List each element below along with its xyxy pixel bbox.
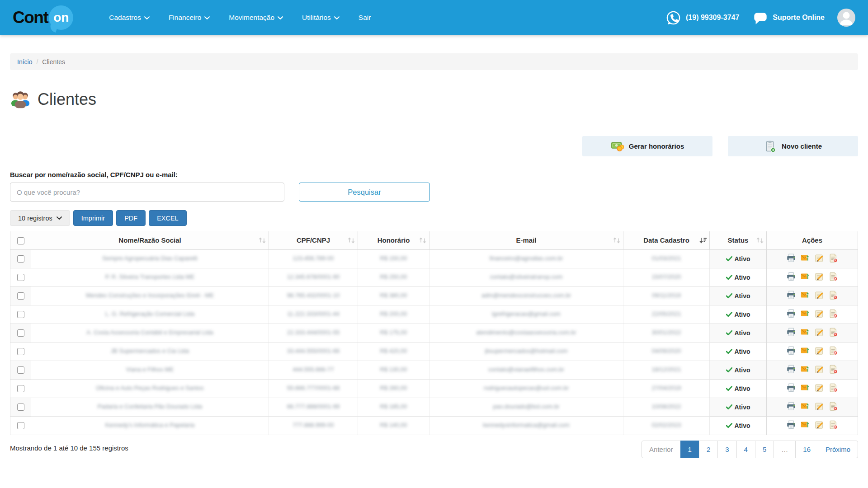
print-icon[interactable] bbox=[786, 253, 796, 263]
send-email-icon[interactable] bbox=[800, 346, 810, 356]
print-icon[interactable] bbox=[786, 290, 796, 300]
edit-icon[interactable] bbox=[814, 401, 824, 411]
generate-fees-button[interactable]: Gerar honorários bbox=[582, 136, 712, 156]
row-checkbox[interactable] bbox=[17, 404, 24, 411]
print-icon[interactable] bbox=[786, 401, 796, 411]
nav-item-financeiro[interactable]: Financeiro bbox=[159, 9, 219, 26]
row-checkbox[interactable] bbox=[17, 348, 24, 355]
row-checkbox[interactable] bbox=[17, 274, 24, 281]
whatsapp-contact[interactable]: (19) 99309-3747 bbox=[665, 10, 739, 26]
edit-icon[interactable] bbox=[814, 253, 824, 263]
header-cpf-cnpj[interactable]: CPF/CNPJ bbox=[269, 231, 358, 249]
row-checkbox[interactable] bbox=[17, 311, 24, 318]
pagination-previous[interactable]: Anterior bbox=[642, 441, 681, 458]
client-email: financeiro@agrodias.com.br bbox=[490, 255, 563, 262]
delete-icon[interactable] bbox=[828, 327, 838, 337]
pagination-page-16[interactable]: 16 bbox=[795, 441, 818, 458]
pagination-page-3[interactable]: 3 bbox=[717, 441, 736, 458]
delete-icon[interactable] bbox=[828, 364, 838, 374]
status-badge: Ativo bbox=[735, 385, 750, 392]
send-email-icon[interactable] bbox=[800, 383, 810, 393]
cell-nome: Kennedy's Informática e Papelaria bbox=[31, 416, 269, 435]
pagination-page-4[interactable]: 4 bbox=[736, 441, 755, 458]
edit-icon[interactable] bbox=[814, 327, 824, 337]
brand-text: Cont bbox=[13, 8, 48, 27]
row-checkbox[interactable] bbox=[17, 422, 24, 429]
header-status[interactable]: Status bbox=[710, 231, 767, 249]
search-row: Pesquisar bbox=[10, 183, 858, 202]
header-data-cadastro[interactable]: Data Cadastro bbox=[623, 231, 710, 249]
cell-data-cadastro: 22/05/2021 bbox=[623, 305, 710, 324]
delete-icon[interactable] bbox=[828, 383, 838, 393]
delete-icon[interactable] bbox=[828, 272, 838, 282]
print-icon[interactable] bbox=[786, 346, 796, 356]
cell-honorario: R$ 175,00 bbox=[358, 324, 429, 342]
print-icon[interactable] bbox=[786, 364, 796, 374]
pagination-page-2[interactable]: 2 bbox=[699, 441, 718, 458]
pagination-page-1[interactable]: 1 bbox=[680, 441, 699, 458]
client-cpf-cnpj: 98.765.432/0001-10 bbox=[287, 292, 340, 299]
header-honorario[interactable]: Honorário bbox=[358, 231, 429, 249]
page-size-dropdown[interactable]: 10 registros bbox=[10, 210, 70, 226]
nav-item-movimentacao[interactable]: Movimentação bbox=[219, 9, 292, 26]
row-checkbox[interactable] bbox=[17, 255, 24, 263]
send-email-icon[interactable] bbox=[800, 420, 810, 430]
edit-icon[interactable] bbox=[814, 364, 824, 374]
search-input[interactable] bbox=[10, 183, 284, 202]
new-client-button[interactable]: Novo cliente bbox=[728, 136, 858, 156]
edit-icon[interactable] bbox=[814, 420, 824, 430]
delete-icon[interactable] bbox=[828, 346, 838, 356]
pagination-next[interactable]: Próximo bbox=[818, 441, 858, 458]
print-icon[interactable] bbox=[786, 420, 796, 430]
table-row: Sempre Agropecuária Dias Caparelli 123.4… bbox=[10, 249, 858, 268]
pdf-export-button[interactable]: PDF bbox=[116, 210, 146, 226]
edit-icon[interactable] bbox=[814, 290, 824, 300]
nav-item-sair[interactable]: Sair bbox=[349, 9, 381, 26]
row-checkbox[interactable] bbox=[17, 366, 24, 374]
row-checkbox[interactable] bbox=[17, 385, 24, 392]
client-fee: R$ 140,00 bbox=[380, 422, 407, 428]
nav-item-cadastros[interactable]: Cadastros bbox=[99, 9, 159, 26]
excel-export-button[interactable]: EXCEL bbox=[149, 210, 187, 226]
cell-email: atendimento@costaassessoria.com.br bbox=[429, 324, 623, 342]
search-button[interactable]: Pesquisar bbox=[299, 183, 430, 202]
edit-icon[interactable] bbox=[814, 309, 824, 319]
user-avatar[interactable] bbox=[837, 9, 855, 27]
send-email-icon[interactable] bbox=[800, 401, 810, 411]
print-button[interactable]: Imprimir bbox=[73, 210, 113, 226]
send-email-icon[interactable] bbox=[800, 327, 810, 337]
send-email-icon[interactable] bbox=[800, 272, 810, 282]
print-icon[interactable] bbox=[786, 272, 796, 282]
cell-honorario: R$ 380,00 bbox=[358, 286, 429, 305]
delete-icon[interactable] bbox=[828, 309, 838, 319]
send-email-icon[interactable] bbox=[800, 309, 810, 319]
header-email[interactable]: E-mail bbox=[429, 231, 623, 249]
row-checkbox[interactable] bbox=[17, 292, 24, 300]
cell-cpf-cnpj: 11.222.333/0001-44 bbox=[269, 305, 358, 324]
print-icon[interactable] bbox=[786, 327, 796, 337]
breadcrumb-home-link[interactable]: Início bbox=[17, 58, 32, 66]
sort-both-icon bbox=[419, 237, 426, 244]
cell-data-cadastro: 01/03/2021 bbox=[623, 249, 710, 268]
print-icon[interactable] bbox=[786, 383, 796, 393]
send-email-icon[interactable] bbox=[800, 253, 810, 263]
row-checkbox[interactable] bbox=[17, 329, 24, 337]
header-nome-razao-social[interactable]: Nome/Razão Social bbox=[31, 231, 269, 249]
nav-item-utilitarios[interactable]: Utilitários bbox=[292, 9, 349, 26]
delete-icon[interactable] bbox=[828, 401, 838, 411]
check-icon bbox=[726, 293, 732, 299]
edit-icon[interactable] bbox=[814, 383, 824, 393]
print-icon[interactable] bbox=[786, 309, 796, 319]
brand-logo[interactable]: Cont on bbox=[13, 5, 73, 30]
send-email-icon[interactable] bbox=[800, 290, 810, 300]
edit-icon[interactable] bbox=[814, 346, 824, 356]
pagination-page-5[interactable]: 5 bbox=[755, 441, 774, 458]
cell-nome: Sempre Agropecuária Dias Caparelli bbox=[31, 249, 269, 268]
delete-icon[interactable] bbox=[828, 253, 838, 263]
support-online[interactable]: Suporte Online bbox=[753, 10, 825, 25]
delete-icon[interactable] bbox=[828, 290, 838, 300]
send-email-icon[interactable] bbox=[800, 364, 810, 374]
select-all-checkbox[interactable] bbox=[17, 237, 24, 244]
delete-icon[interactable] bbox=[828, 420, 838, 430]
edit-icon[interactable] bbox=[814, 272, 824, 282]
